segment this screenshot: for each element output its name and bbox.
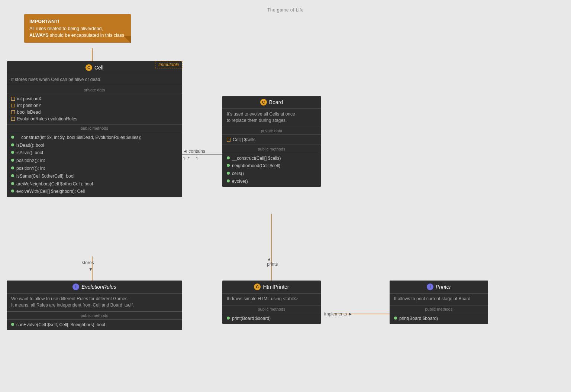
printer-public-section: public methods — [390, 305, 488, 313]
prints-label: ▲ prints — [267, 256, 278, 267]
important-note-box: IMPORTANT! All rules related to being al… — [24, 14, 131, 43]
board-class-desc: It's used to evolve all Cells at once to… — [222, 108, 321, 127]
field-icon — [11, 97, 15, 101]
evolution-rules-class-box: I EvolutionRules We want to allow to use… — [7, 281, 182, 330]
method-icon — [11, 143, 14, 146]
cell-class-name: Cell — [94, 65, 103, 71]
evolution-rules-icon: I — [72, 284, 79, 290]
cell-method-5: isSame(Cell $otherCell): bool — [7, 172, 182, 180]
cell-method-1: isDead(): bool — [7, 142, 182, 149]
html-printer-desc: It draws simple HTML using <table> — [222, 293, 321, 305]
stores-arrow: ▼ — [88, 267, 93, 272]
evolution-rules-desc: We want to allow to use different Rules … — [7, 293, 182, 311]
important-text2: ALWAYS should be encapsulated in this cl… — [29, 32, 126, 39]
stores-label: stores — [82, 260, 94, 265]
board-public-section: public methods — [222, 145, 321, 153]
evolution-rules-method-0: canEvolve(Cell $self, Cell[] $neighbors)… — [7, 321, 182, 329]
evolution-rules-name: EvolutionRules — [81, 284, 116, 290]
board-private-fields: Cell[] $cells — [222, 135, 321, 145]
board-class-box: C Board It's used to evolve all Cells at… — [222, 96, 321, 187]
board-class-header: C Board — [222, 96, 321, 108]
contains-mult1: 1..* 1 — [183, 156, 198, 161]
printer-class-box: I Printer It allows to print current sta… — [390, 281, 488, 324]
method-icon — [11, 159, 14, 162]
cell-class-box: C Cell Immutable It stores rules when Ce… — [7, 61, 182, 197]
board-method-3: evolve() — [222, 178, 321, 185]
board-class-name: Board — [269, 99, 283, 105]
page-title: The game of Life — [0, 4, 571, 13]
important-text1: All rules related to being alive/dead, — [29, 25, 126, 32]
cell-class-header: C Cell Immutable — [7, 61, 182, 74]
html-printer-name: HtmlPrinter — [263, 284, 289, 290]
board-method-1: neighborhood(Cell $cell) — [222, 162, 321, 170]
cell-private-section: private data — [7, 86, 182, 94]
printer-methods: print(Board $board) — [390, 313, 488, 324]
board-method-0: __construct(Cell[] $cells) — [222, 155, 321, 162]
method-icon — [227, 172, 230, 175]
printer-icon: I — [427, 284, 433, 290]
cell-private-fields: int positionX int positionY bool isDead … — [7, 94, 182, 124]
html-printer-class-box: C HtmlPrinter It draws simple HTML using… — [222, 281, 321, 324]
board-class-icon: C — [260, 99, 267, 106]
method-icon — [11, 182, 14, 185]
cell-method-0: __construct(int $x, int $y, bool $isDead… — [7, 134, 182, 142]
important-title: IMPORTANT! — [29, 18, 126, 25]
cell-method-6: areWeNeighbors(Cell $otherCell): bool — [7, 180, 182, 188]
field-icon — [11, 117, 15, 121]
evolution-rules-methods: canEvolve(Cell $self, Cell[] $neighbors)… — [7, 320, 182, 330]
printer-name: Printer — [436, 284, 451, 290]
board-private-section: private data — [222, 127, 321, 135]
method-icon — [11, 151, 14, 154]
cell-method-4: positionY(): int — [7, 165, 182, 172]
method-icon — [227, 317, 230, 320]
method-icon — [11, 136, 14, 139]
method-icon — [11, 189, 14, 192]
field-icon — [227, 138, 230, 142]
evolution-rules-public-section: public methods — [7, 311, 182, 320]
board-public-methods: __construct(Cell[] $cells) neighborhood(… — [222, 153, 321, 187]
cell-method-2: isAlive(): bool — [7, 149, 182, 157]
method-icon — [227, 164, 230, 167]
html-printer-methods: print(Board $board) — [222, 313, 321, 324]
printer-method-0: print(Board $board) — [390, 315, 488, 323]
field-icon — [11, 110, 15, 114]
cell-field-1: int positionY — [7, 102, 182, 109]
contains-label: ◄ contains — [183, 149, 205, 154]
cell-public-section: public methods — [7, 124, 182, 132]
cell-method-3: positionX(): int — [7, 157, 182, 165]
method-icon — [394, 317, 397, 320]
cell-class-desc: It stores rules when Cell can be alive o… — [7, 74, 182, 86]
method-icon — [227, 179, 230, 182]
cell-class-icon: C — [86, 64, 92, 71]
immutable-badge: Immutable — [155, 61, 183, 68]
cell-field-3: EvolutionRules evolutionRules — [7, 116, 182, 122]
cell-field-2: bool isDead — [7, 109, 182, 116]
method-icon — [11, 166, 14, 169]
implements-label: implements ► — [324, 311, 353, 317]
cell-field-0: int positionX — [7, 95, 182, 102]
method-icon — [11, 323, 14, 326]
html-printer-header: C HtmlPrinter — [222, 281, 321, 293]
evolution-rules-header: I EvolutionRules — [7, 281, 182, 293]
printer-header: I Printer — [390, 281, 488, 293]
field-icon — [11, 104, 15, 107]
cell-public-methods: __construct(int $x, int $y, bool $isDead… — [7, 132, 182, 197]
board-field-0: Cell[] $cells — [222, 136, 321, 143]
method-icon — [227, 156, 230, 159]
method-icon — [11, 174, 14, 177]
html-printer-public-section: public methods — [222, 305, 321, 313]
board-method-2: cells() — [222, 170, 321, 178]
printer-desc: It allows to print current stage of Boar… — [390, 293, 488, 305]
html-printer-icon: C — [254, 284, 261, 290]
cell-method-7: evolveWith(Cell[] $neighbors): Cell — [7, 188, 182, 195]
html-printer-method-0: print(Board $board) — [222, 315, 321, 323]
